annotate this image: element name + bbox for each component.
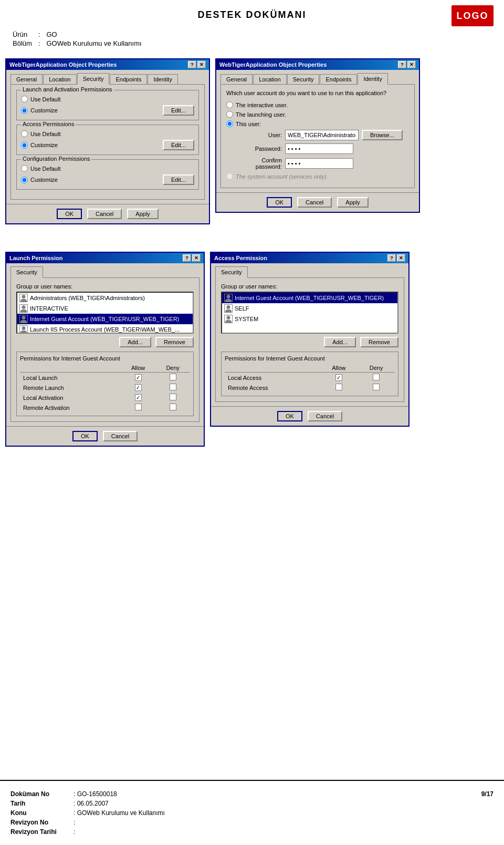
tab2-endpoints[interactable]: Endpoints: [320, 74, 357, 85]
confirm-password-input[interactable]: [285, 158, 353, 169]
password-input[interactable]: [285, 143, 353, 154]
user-input[interactable]: [285, 130, 359, 140]
this-user-row: This user:: [226, 120, 409, 127]
allow-checkbox[interactable]: [135, 374, 142, 381]
dialog-security-footer: OK Cancel Apply: [6, 204, 209, 223]
tab2-location[interactable]: Location: [253, 74, 287, 85]
config-edit-button[interactable]: Edit...: [163, 174, 194, 185]
deny-checkbox[interactable]: [373, 384, 380, 390]
config-customize-radio[interactable]: [21, 177, 28, 183]
perm-allow: [121, 373, 156, 383]
browse-button[interactable]: Browse...: [362, 130, 403, 140]
interactive-user-radio[interactable]: [226, 101, 233, 108]
list-item[interactable]: Internet Guest Account (WEB_TIGER\USR_WE…: [17, 314, 193, 324]
access-permissions-box: Permissions for Internet Guest Account A…: [221, 352, 398, 396]
list-item[interactable]: Internet Guest Account (WEB_TIGER\USR_WE…: [222, 293, 397, 303]
allow-checkbox[interactable]: [135, 404, 142, 410]
logo-icon: LOGO: [452, 5, 494, 26]
titlebar-buttons: ? ✕: [188, 61, 206, 68]
table-row: Local Activation: [20, 393, 190, 403]
user-name: SELF: [235, 305, 249, 312]
dialog-security-tabs: General Location Security Endpoints Iden…: [10, 74, 205, 85]
bolum-value: GOWeb Kurulumu ve Kullanımı: [44, 39, 143, 48]
tab-location[interactable]: Location: [43, 74, 77, 85]
deny-checkbox[interactable]: [170, 384, 176, 390]
allow-checkbox[interactable]: [335, 384, 342, 390]
user-label: User:: [235, 132, 282, 138]
help-button-3[interactable]: ?: [183, 254, 191, 262]
tab-general[interactable]: General: [10, 74, 43, 85]
allow-checkbox[interactable]: [135, 394, 142, 401]
perm-deny: [358, 373, 395, 383]
perm-deny: [155, 383, 190, 393]
dialog-launch-content: Security Group or user names: Administra…: [6, 263, 204, 426]
deny-checkbox[interactable]: [170, 404, 176, 410]
this-user-label: This user:: [236, 121, 261, 127]
launch-buttons-row: Add... Remove: [16, 337, 194, 347]
table-row: Local Launch: [20, 373, 190, 383]
tab-identity[interactable]: Identity: [148, 74, 177, 85]
list-item[interactable]: Administrators (WEB_TIGER\Administrators…: [17, 293, 193, 303]
user-field-row: User: Browse...: [235, 130, 409, 140]
tab2-general[interactable]: General: [220, 74, 253, 85]
close-button-4[interactable]: ✕: [397, 254, 405, 262]
this-user-radio[interactable]: [226, 120, 233, 127]
dialog3-ok-button[interactable]: OK: [72, 431, 98, 441]
launch-edit-button[interactable]: Edit...: [163, 105, 194, 116]
dialog-identity-footer: OK Cancel Apply: [216, 192, 419, 212]
help-button-4[interactable]: ?: [387, 254, 396, 262]
list-item[interactable]: SYSTEM: [222, 314, 397, 324]
access-users-listbox[interactable]: Internet Guest Account (WEB_TIGER\USR_WE…: [221, 292, 398, 334]
tab2-identity[interactable]: Identity: [358, 73, 387, 85]
config-use-default-radio[interactable]: [21, 165, 28, 172]
dialog1-cancel-button[interactable]: Cancel: [87, 209, 122, 219]
dialog3-cancel-button[interactable]: Cancel: [103, 431, 138, 441]
tab-endpoints[interactable]: Endpoints: [110, 74, 147, 85]
access-remove-button[interactable]: Remove: [360, 337, 398, 347]
dialog-identity-title: WebTigerApplication Object Properties: [219, 61, 327, 68]
dialog1-ok-button[interactable]: OK: [57, 209, 82, 219]
deny-checkbox[interactable]: [170, 374, 176, 380]
bottom-dialogs-row: Launch Permission ? ✕ Security Group or …: [0, 249, 504, 450]
dialog-identity-content: General Location Security Endpoints Iden…: [216, 70, 419, 192]
list-item[interactable]: INTERACTIVE: [17, 303, 193, 314]
launching-user-radio[interactable]: [226, 111, 233, 118]
deny-checkbox[interactable]: [170, 394, 176, 400]
perm-col-name: [225, 364, 320, 373]
access-customize-radio-row: Customize: [21, 142, 58, 149]
list-item[interactable]: SELF: [222, 303, 397, 314]
tab-security[interactable]: Security: [77, 73, 110, 85]
dialog4-ok-button[interactable]: OK: [277, 411, 302, 421]
dialog1-apply-button[interactable]: Apply: [127, 209, 159, 219]
dialog2-ok-button[interactable]: OK: [267, 197, 292, 208]
close-button[interactable]: ✕: [197, 61, 206, 68]
help-button-2[interactable]: ?: [398, 61, 406, 68]
access-add-button[interactable]: Add...: [324, 337, 356, 347]
user-icon: [19, 325, 28, 334]
dialog2-cancel-button[interactable]: Cancel: [297, 197, 332, 208]
dialog2-apply-button[interactable]: Apply: [337, 197, 369, 208]
tab-security-3[interactable]: Security: [10, 266, 43, 278]
dialog4-cancel-button[interactable]: Cancel: [308, 411, 342, 421]
close-button-3[interactable]: ✕: [192, 254, 201, 262]
launch-users-listbox[interactable]: Administrators (WEB_TIGER\Administrators…: [16, 292, 194, 334]
tab-security-4[interactable]: Security: [215, 266, 248, 278]
access-edit-button[interactable]: Edit...: [163, 140, 194, 150]
launch-add-button[interactable]: Add...: [119, 337, 151, 347]
deny-checkbox[interactable]: [373, 374, 380, 380]
access-use-default-radio[interactable]: [21, 130, 28, 137]
launch-use-default-radio[interactable]: [21, 96, 28, 102]
titlebar-buttons-2: ? ✕: [398, 61, 416, 68]
allow-checkbox[interactable]: [335, 374, 342, 381]
help-button[interactable]: ?: [188, 61, 196, 68]
close-button-2[interactable]: ✕: [407, 61, 416, 68]
allow-checkbox[interactable]: [135, 384, 142, 391]
launch-remove-button[interactable]: Remove: [155, 337, 194, 347]
tab2-security[interactable]: Security: [287, 74, 320, 85]
launch-customize-radio[interactable]: [21, 107, 28, 114]
dialog-identity: WebTigerApplication Object Properties ? …: [215, 58, 420, 213]
system-account-radio[interactable]: [226, 173, 233, 180]
access-customize-radio[interactable]: [21, 142, 28, 149]
user-name: Internet Guest Account (WEB_TIGER\USR_WE…: [30, 316, 179, 322]
list-item[interactable]: Launch IIS Process Account (WEB_TIGER\WA…: [17, 324, 193, 334]
